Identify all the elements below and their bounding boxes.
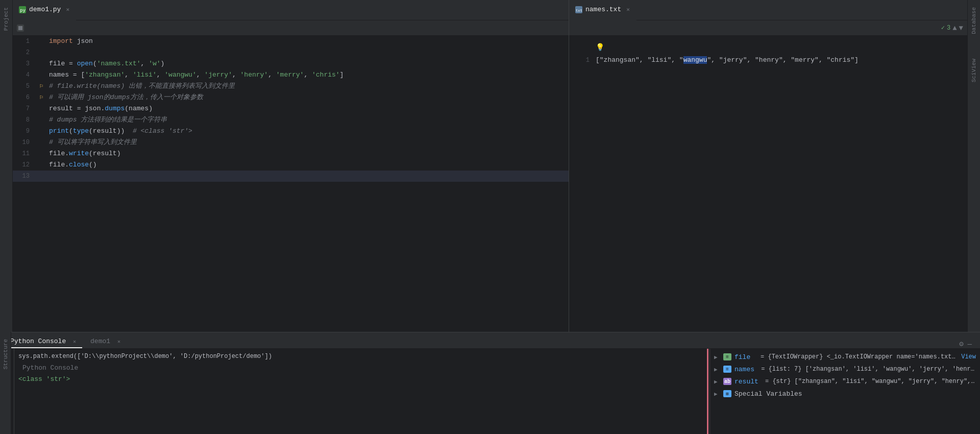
tab-demo1-close[interactable]: ✕ xyxy=(66,6,69,13)
bottom-tab-bar: Python Console ✕ demo1 ✕ ⚙ — xyxy=(0,332,980,349)
stop-icon xyxy=(18,26,22,30)
match-down-arrow[interactable]: ▼ xyxy=(959,24,963,32)
var-file-link[interactable]: View xyxy=(961,353,976,360)
tab-python-console[interactable]: Python Console ✕ xyxy=(4,335,82,348)
special-vars-label: Special Variables xyxy=(734,390,802,398)
var-result[interactable]: ▶ ab result = {str} ["zhangsan", "lisi",… xyxy=(710,375,980,388)
bottom-settings: ⚙ — xyxy=(959,340,976,348)
code-line-4: 4 names = ['zhangsan', 'lisi', 'wangwu',… xyxy=(13,69,569,81)
code-line-3: 3 file = open('names.txt', 'w') xyxy=(13,58,569,69)
database-label[interactable]: Database xyxy=(971,4,977,37)
structure-label[interactable]: Structure xyxy=(3,336,9,372)
demo1-bottom-close[interactable]: ✕ xyxy=(117,339,120,345)
code-editor[interactable]: 1 import json 2 3 file = open('names.txt… xyxy=(13,36,569,332)
minimize-icon[interactable]: — xyxy=(968,340,972,348)
bottom-panel: Python Console ✕ demo1 ✕ ⚙ — ↺ ≡ ■ ≡+ ▶ … xyxy=(0,332,980,434)
code-line-10: 10 # 可以将字符串写入到文件里 xyxy=(13,137,569,148)
var-file-icon: ≡ xyxy=(723,353,731,360)
code-line-6: 6 ⚐ # 可以调用 json的dumps方法，传入一个对象参数 xyxy=(13,92,569,103)
var-file-eq xyxy=(753,353,757,361)
names-txt-content: 💡 1 ["zhangsan", "lisi", "wangwu", "jerr… xyxy=(569,36,967,332)
hint-row: 💡 xyxy=(575,40,961,55)
var-result-icon: ab xyxy=(723,378,731,385)
var-file[interactable]: ▶ ≡ file = {TextIOWrapper} <_io.TextIOWr… xyxy=(710,351,980,363)
code-line-12: 12 file.close() xyxy=(13,159,569,171)
var-names-name: names xyxy=(734,366,754,373)
class-str-output: <class 'str'> xyxy=(18,375,70,383)
demo1-bottom-label: demo1 xyxy=(90,337,110,345)
python-console-text: Python Console xyxy=(22,364,78,372)
tab-demo1-label: demo1.py xyxy=(29,6,61,13)
code-line-1: 1 import json xyxy=(13,36,569,47)
project-sidebar: Project xyxy=(0,0,13,332)
svg-text:py: py xyxy=(20,8,26,13)
var-names[interactable]: ▶ ≡ names = {list: 7} ['zhangsan', 'lisi… xyxy=(710,363,980,375)
tab-demo1[interactable]: py demo1.py ✕ xyxy=(13,0,76,20)
txt-line-1: 1 ["zhangsan", "lisi", "wangwu", "jerry"… xyxy=(575,55,961,66)
right-sidebar: Database SciView xyxy=(967,0,980,332)
var-result-chevron: ▶ xyxy=(714,378,720,385)
names-tabs: txt names.txt ✕ xyxy=(569,0,967,20)
demo1-editor: py demo1.py ✕ 1 import json xyxy=(13,0,569,332)
tab-names-label: names.txt xyxy=(585,6,621,13)
python-file-icon: py xyxy=(19,6,26,13)
lightbulb-icon: 💡 xyxy=(596,41,604,54)
var-file-value: = {TextIOWrapper} <_io.TextIOWrapper nam… xyxy=(761,353,956,360)
var-result-value: = {str} ["zhangsan", "lisi", "wangwu", "… xyxy=(762,378,976,385)
code-line-2: 2 xyxy=(13,47,569,58)
var-names-chevron: ▶ xyxy=(714,366,720,373)
console-line-1: sys.path.extend(['D:\\pythonProject\\dem… xyxy=(18,351,702,362)
var-names-value: = {list: 7} ['zhangsan', 'lisi', 'wangwu… xyxy=(757,366,976,373)
console-line-2: Python Console xyxy=(18,362,702,373)
tab-demo1-bottom[interactable]: demo1 ✕ xyxy=(84,335,127,348)
tab-names-close[interactable]: ✕ xyxy=(626,6,630,13)
match-count: 3 xyxy=(947,25,950,32)
tab-names[interactable]: txt names.txt ✕ xyxy=(569,0,636,20)
stop-button[interactable] xyxy=(17,25,24,32)
code-line-9: 9 print(type(result)) # <class 'str'> xyxy=(13,126,569,137)
svg-text:txt: txt xyxy=(576,9,582,13)
var-file-name: file xyxy=(734,353,750,361)
settings-icon[interactable]: ⚙ xyxy=(959,340,963,348)
code-line-8: 8 # dumps 方法得到的结果是一个字符串 xyxy=(13,114,569,126)
names-txt-editor: txt names.txt ✕ ✓ 3 ▲ ▼ 💡 xyxy=(569,0,967,332)
match-info: ✓ 3 ▲ ▼ xyxy=(941,24,963,32)
project-label[interactable]: Project xyxy=(3,4,9,34)
bottom-content-area: ↺ ≡ ■ ≡+ ▶ 🖫 🐛 ⏰ ⚙ sys.path.extend(['D:\… xyxy=(0,349,980,434)
sciview-label[interactable]: SciView xyxy=(971,56,977,85)
var-file-chevron: ▶ xyxy=(714,354,720,360)
editor-toolbar xyxy=(13,20,569,36)
code-line-7: 7 result = json.dumps(names) xyxy=(13,103,569,114)
console-output: sys.path.extend(['D:\\pythonProject\\dem… xyxy=(14,349,706,434)
python-console-close[interactable]: ✕ xyxy=(73,339,76,345)
match-up-arrow[interactable]: ▲ xyxy=(952,24,957,32)
editor-tabs: py demo1.py ✕ xyxy=(13,0,569,20)
console-line-3: <class 'str'> xyxy=(18,373,702,384)
special-variables[interactable]: ▶ ⊞ Special Variables xyxy=(710,388,980,400)
code-line-5: 5 ⚐ # file.write(names) 出错，不能直接将列表写入到文件里 xyxy=(13,81,569,92)
txt-file-icon: txt xyxy=(575,6,582,13)
special-vars-icon: ⊞ xyxy=(723,390,731,397)
structure-sidebar: Structure xyxy=(0,332,11,434)
vertical-separator xyxy=(707,349,708,434)
code-line-13: 13 xyxy=(13,171,569,182)
code-line-11: 11 file.write(result) xyxy=(13,148,569,159)
python-console-label: Python Console xyxy=(10,337,66,345)
variables-panel: ▶ ≡ file = {TextIOWrapper} <_io.TextIOWr… xyxy=(709,349,980,434)
var-names-icon: ≡ xyxy=(723,366,731,373)
special-vars-chevron: ▶ xyxy=(714,391,720,397)
var-result-name: result xyxy=(734,378,758,385)
names-toolbar: ✓ 3 ▲ ▼ xyxy=(569,20,967,36)
